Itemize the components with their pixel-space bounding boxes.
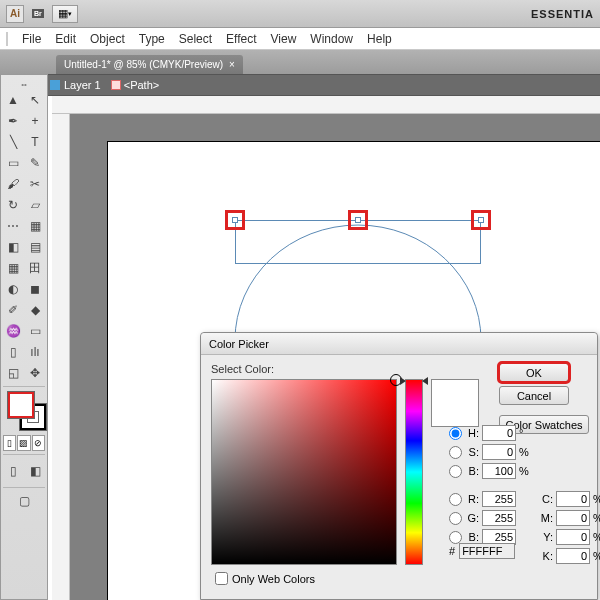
menu-select[interactable]: Select xyxy=(179,32,212,46)
only-web-colors[interactable]: Only Web Colors xyxy=(215,572,315,585)
cancel-button[interactable]: Cancel xyxy=(499,386,569,405)
arc-path xyxy=(235,220,481,340)
shape-builder-tool[interactable]: ▦ xyxy=(3,258,23,278)
column-graph-tool[interactable]: ▭ xyxy=(25,321,45,341)
dialog-title[interactable]: Color Picker xyxy=(201,333,597,355)
pencil-tool[interactable]: ✂ xyxy=(25,174,45,194)
field-c[interactable] xyxy=(556,491,590,507)
unit-y: % xyxy=(593,531,600,543)
color-mode-none[interactable]: ⊘ xyxy=(32,435,45,451)
label-s: S: xyxy=(465,446,479,458)
eyedropper-tool[interactable]: ✐ xyxy=(3,300,23,320)
radio-r[interactable] xyxy=(449,493,462,506)
color-mode-solid[interactable]: ▯ xyxy=(3,435,16,451)
magic-wand-tool[interactable]: ✒ xyxy=(3,111,23,131)
path-chip[interactable]: <Path> xyxy=(111,79,159,91)
selected-path[interactable] xyxy=(227,212,489,264)
hue-slider[interactable] xyxy=(405,379,423,565)
field-h[interactable] xyxy=(482,425,516,441)
menu-view[interactable]: View xyxy=(271,32,297,46)
close-tab-icon[interactable]: × xyxy=(229,59,235,70)
arrange-documents-button[interactable]: ▦▾ xyxy=(52,5,78,23)
field-hex[interactable] xyxy=(459,543,515,559)
path-icon xyxy=(111,80,121,90)
color-spectrum[interactable] xyxy=(211,379,397,565)
paintbrush-tool[interactable]: 🖌 xyxy=(3,174,23,194)
field-g[interactable] xyxy=(482,510,516,526)
ruler-vertical[interactable] xyxy=(52,96,70,600)
scale-tool[interactable]: ▦ xyxy=(25,216,45,236)
fill-stroke-control[interactable] xyxy=(3,390,45,434)
radio-h[interactable] xyxy=(449,427,462,440)
anchor-right[interactable] xyxy=(471,210,491,230)
label-k: K: xyxy=(539,550,553,562)
slice-tool[interactable]: ılı xyxy=(25,342,45,362)
menu-object[interactable]: Object xyxy=(90,32,125,46)
ruler-horizontal[interactable] xyxy=(52,96,600,114)
field-m[interactable] xyxy=(556,510,590,526)
selection-bar: ◀ ▶ Layer 1 <Path> xyxy=(0,74,600,96)
draw-mode-behind[interactable]: ◧ xyxy=(25,458,45,484)
menu-help[interactable]: Help xyxy=(367,32,392,46)
selection-tool[interactable]: ▲ xyxy=(3,90,23,110)
menu-edit[interactable]: Edit xyxy=(55,32,76,46)
direct-selection-tool[interactable]: ↖ xyxy=(25,90,45,110)
radio-g[interactable] xyxy=(449,512,462,525)
field-b[interactable] xyxy=(482,463,516,479)
blend-tool[interactable]: ◆ xyxy=(25,300,45,320)
document-tab-label: Untitled-1* @ 85% (CMYK/Preview) xyxy=(64,59,223,70)
radio-s[interactable] xyxy=(449,446,462,459)
free-transform-tool[interactable]: ▤ xyxy=(25,237,45,257)
width-tool[interactable]: ◧ xyxy=(3,237,23,257)
fill-swatch[interactable] xyxy=(8,392,34,418)
document-tab[interactable]: Untitled-1* @ 85% (CMYK/Preview) × xyxy=(56,55,243,74)
path-label: <Path> xyxy=(124,79,159,91)
rectangle-tool[interactable]: ✎ xyxy=(25,153,45,173)
anchor-mid[interactable] xyxy=(348,210,368,230)
anchor-left[interactable] xyxy=(225,210,245,230)
menu-effect[interactable]: Effect xyxy=(226,32,256,46)
color-mode-gradient[interactable]: ▨ xyxy=(17,435,30,451)
ok-button[interactable]: OK xyxy=(499,363,569,382)
type-tool[interactable]: T xyxy=(25,132,45,152)
artboard-tool[interactable]: ▯ xyxy=(3,342,23,362)
symbol-sprayer-tool[interactable]: ♒ xyxy=(3,321,23,341)
pen-tool[interactable]: ╲ xyxy=(3,132,23,152)
app-titlebar: Ai Br ▦▾ ESSENTIA xyxy=(0,0,600,28)
menu-type[interactable]: Type xyxy=(139,32,165,46)
lasso-tool[interactable]: + xyxy=(25,111,45,131)
hand-tool[interactable]: ◱ xyxy=(3,363,23,383)
unit-deg: ° xyxy=(519,427,529,439)
only-web-colors-checkbox[interactable] xyxy=(215,572,228,585)
radio-bb[interactable] xyxy=(449,531,462,544)
zoom-tool[interactable]: ✥ xyxy=(25,363,45,383)
rotate-tool[interactable]: ⋯ xyxy=(3,216,23,236)
layer-chip[interactable]: Layer 1 xyxy=(50,79,101,91)
label-g: G: xyxy=(465,512,479,524)
unit-m: % xyxy=(593,512,600,524)
screen-mode[interactable]: ▢ xyxy=(3,491,45,511)
hash-label: # xyxy=(449,545,455,557)
field-k[interactable] xyxy=(556,548,590,564)
field-s[interactable] xyxy=(482,444,516,460)
mesh-tool[interactable]: ◐ xyxy=(3,279,23,299)
menu-window[interactable]: Window xyxy=(310,32,353,46)
eraser-tool[interactable]: ▱ xyxy=(25,195,45,215)
layer-color-icon xyxy=(50,80,60,90)
line-tool[interactable]: ▭ xyxy=(3,153,23,173)
workspace-label[interactable]: ESSENTIA xyxy=(531,8,594,20)
field-y[interactable] xyxy=(556,529,590,545)
bridge-icon[interactable]: Br xyxy=(32,9,44,18)
perspective-tool[interactable]: 田 xyxy=(25,258,45,278)
blob-brush-tool[interactable]: ↻ xyxy=(3,195,23,215)
panel-grip[interactable]: •• xyxy=(3,79,45,89)
field-r[interactable] xyxy=(482,491,516,507)
draw-mode-normal[interactable]: ▯ xyxy=(3,458,23,484)
main-menu: File Edit Object Type Select Effect View… xyxy=(0,28,600,50)
menu-file[interactable]: File xyxy=(22,32,41,46)
label-h: H: xyxy=(465,427,479,439)
gradient-tool[interactable]: ◼ xyxy=(25,279,45,299)
menu-separator xyxy=(6,32,8,46)
hex-row: # xyxy=(449,543,515,559)
radio-b[interactable] xyxy=(449,465,462,478)
